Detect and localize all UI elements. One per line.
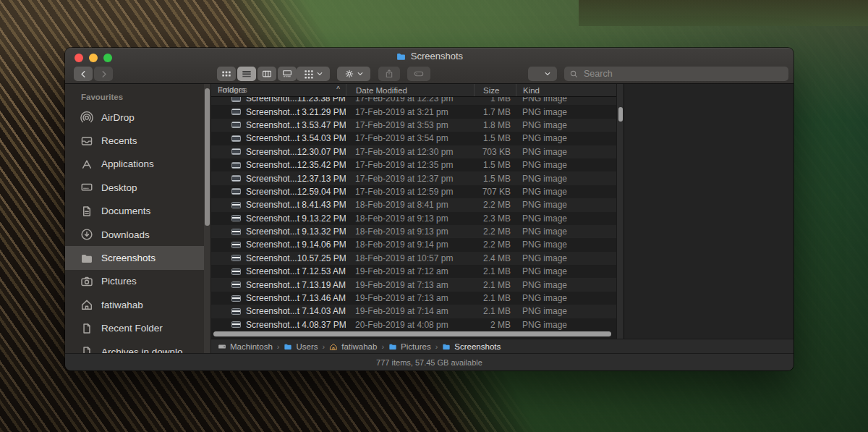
column-header-name[interactable]: Folders Images ^ (211, 84, 346, 96)
sidebar-item-documents[interactable]: Documents (65, 200, 204, 223)
group-button[interactable] (297, 67, 330, 81)
table-row[interactable]: Screenshot...t 9.13.32 PM 18-Feb-2019 at… (211, 225, 616, 238)
file-name-cell: Screenshot...t 7.13.19 AM (211, 280, 346, 290)
search-input[interactable] (582, 68, 783, 80)
scope-dropdown[interactable] (528, 67, 557, 81)
file-thumbnail-icon (231, 109, 241, 115)
back-button[interactable] (74, 67, 93, 81)
path-item-machintosh[interactable]: Machintosh (218, 342, 273, 351)
sidebar-item-recent-folder[interactable]: Recent Folder (65, 317, 204, 340)
path-item-pictures[interactable]: Pictures (388, 342, 431, 351)
table-row[interactable]: Screenshot...t 9.14.06 PM 18-Feb-2019 at… (211, 238, 616, 251)
forward-button[interactable] (94, 67, 113, 81)
file-name-cell: Screenshot...t 7.12.53 AM (211, 266, 346, 276)
action-button[interactable] (337, 67, 370, 81)
table-row[interactable]: Screenshot...12.35.42 PM 17-Feb-2019 at … (211, 158, 616, 171)
file-date-cell: 17-Feb-2019 at 12:37 pm (346, 174, 474, 184)
path-item-label: Screenshots (454, 342, 501, 351)
path-item-label: Machintosh (230, 342, 273, 351)
column-header-kind[interactable]: Kind (516, 84, 616, 96)
sidebar-item-fatiwahab[interactable]: fatiwahab (65, 293, 204, 316)
table-row[interactable]: Screenshot...11.23.38 PM 17-Feb-2019 at … (211, 97, 616, 105)
path-separator: › (435, 342, 438, 351)
file-date-cell: 17-Feb-2019 at 3:21 pm (346, 107, 474, 117)
sidebar-item-recents[interactable]: Recents (65, 129, 204, 152)
file-kind-cell: PNG image (516, 213, 616, 224)
sidebar-item-pictures[interactable]: Pictures (65, 270, 204, 293)
file-name-cell: Screenshot...t 8.41.43 PM (211, 200, 346, 210)
file-thumbnail-icon (231, 188, 241, 195)
sidebar-scrollbar[interactable] (204, 84, 211, 353)
table-row[interactable]: Screenshot...t 8.41.43 PM 18-Feb-2019 at… (211, 198, 616, 211)
path-item-screenshots[interactable]: Screenshots (442, 342, 501, 351)
finder-window: Screenshots (65, 48, 793, 370)
file-thumbnail-icon (231, 97, 241, 102)
share-button[interactable] (378, 67, 400, 81)
sidebar-item-label: Downloads (101, 229, 150, 240)
back-icon (79, 69, 88, 79)
file-thumbnail-icon (231, 308, 241, 315)
table-row[interactable]: Screenshot...12.30.07 PM 17-Feb-2019 at … (211, 145, 616, 158)
column-header-size[interactable]: Size (474, 84, 516, 96)
table-row[interactable]: Screenshot...t 7.14.03 AM 19-Feb-2019 at… (211, 305, 616, 318)
path-item-users[interactable]: Users (284, 342, 318, 351)
file-name: Screenshot...t 8.41.43 PM (246, 200, 346, 210)
vertical-scrollbar[interactable] (616, 84, 624, 339)
table-row[interactable]: Screenshot...12.59.04 PM 17-Feb-2019 at … (211, 185, 616, 198)
table-row[interactable]: Screenshot...t 7.12.53 AM 19-Feb-2019 at… (211, 265, 616, 278)
status-text: 777 items, 57.45 GB available (376, 358, 482, 367)
file-thumbnail-icon (231, 295, 241, 302)
search-field[interactable] (564, 67, 788, 81)
file-size-cell: 703 KB (474, 147, 516, 157)
list-view-button[interactable] (237, 67, 256, 81)
path-item-fatiwahab[interactable]: fatiwahab (329, 342, 377, 351)
rows: Screenshot...11.23.38 PM 17-Feb-2019 at … (211, 97, 616, 331)
sidebar-item-label: Recent Folder (101, 323, 163, 334)
column-header-date[interactable]: Date Modified (346, 84, 474, 96)
table-row[interactable]: Screenshot...t 9.13.22 PM 18-Feb-2019 at… (211, 212, 616, 225)
tag-icon (414, 69, 424, 79)
sidebar-item-screenshots[interactable]: Screenshots (65, 246, 204, 269)
file-date-cell: 18-Feb-2019 at 10:57 pm (346, 253, 474, 263)
file-name-cell: Screenshot...t 9.14.06 PM (211, 240, 346, 250)
file-name: Screenshot...12.35.42 PM (246, 160, 346, 170)
sort-ascending-icon: ^ (336, 85, 340, 93)
table-row[interactable]: Screenshot...t 7.13.19 AM 19-Feb-2019 at… (211, 278, 616, 291)
file-date-cell: 18-Feb-2019 at 9:13 pm (346, 226, 474, 237)
file-size-cell: 707 KB (474, 187, 516, 197)
table-row[interactable]: Screenshot...t 3.53.47 PM 17-Feb-2019 at… (211, 119, 616, 132)
tag-button[interactable] (407, 67, 430, 81)
sidebar: Favourites AirDrop Recents Applications … (65, 84, 204, 353)
table-row[interactable]: Screenshot...t 7.13.46 AM 19-Feb-2019 at… (211, 292, 616, 305)
sidebar-item-applications[interactable]: Applications (65, 153, 204, 176)
sidebar-item-archives-in-downlo[interactable]: Archives in downlo... (65, 340, 204, 353)
file-thumbnail-icon (231, 268, 241, 275)
path-bar: Machintosh › Users › fatiwahab › Picture… (211, 339, 793, 353)
file-name-cell: Screenshot...12.37.13 PM (211, 174, 346, 184)
window-title: Screenshots (65, 51, 793, 62)
file-kind-cell: PNG image (516, 266, 616, 276)
list-area: Folders Images ^ Date Modified Size Kind… (211, 84, 793, 339)
horizontal-scrollbar-thumb[interactable] (213, 331, 611, 336)
file-size-cell: 1 MB (474, 97, 516, 103)
table-row[interactable]: Screenshot...10.57.25 PM 18-Feb-2019 at … (211, 252, 616, 265)
file-date-cell: 17-Feb-2019 at 12:59 pm (346, 187, 474, 197)
sidebar-item-airdrop[interactable]: AirDrop (65, 106, 204, 129)
file-thumbnail-icon (231, 162, 241, 169)
table-row[interactable]: Screenshot...t 3.54.03 PM 17-Feb-2019 at… (211, 132, 616, 145)
sidebar-item-downloads[interactable]: Downloads (65, 223, 204, 246)
file-name-cell: Screenshot...t 4.08.37 PM (211, 320, 346, 330)
table-row[interactable]: Screenshot...t 3.21.29 PM 17-Feb-2019 at… (211, 105, 616, 118)
vertical-scrollbar-thumb[interactable] (618, 107, 623, 122)
file-kind-cell: PNG image (516, 160, 616, 170)
file-size-cell: 1.5 MB (474, 160, 516, 170)
icon-view-button[interactable] (217, 67, 236, 81)
sidebar-item-desktop[interactable]: Desktop (65, 176, 204, 199)
sidebar-scrollbar-thumb[interactable] (205, 88, 210, 226)
column-view-button[interactable] (258, 67, 276, 81)
table-row[interactable]: Screenshot...t 4.08.37 PM 20-Feb-2019 at… (211, 318, 616, 331)
file-kind-cell: PNG image (516, 200, 616, 210)
gallery-view-button[interactable] (278, 67, 297, 81)
file-name: Screenshot...12.59.04 PM (246, 187, 346, 197)
table-row[interactable]: Screenshot...12.37.13 PM 17-Feb-2019 at … (211, 171, 616, 185)
